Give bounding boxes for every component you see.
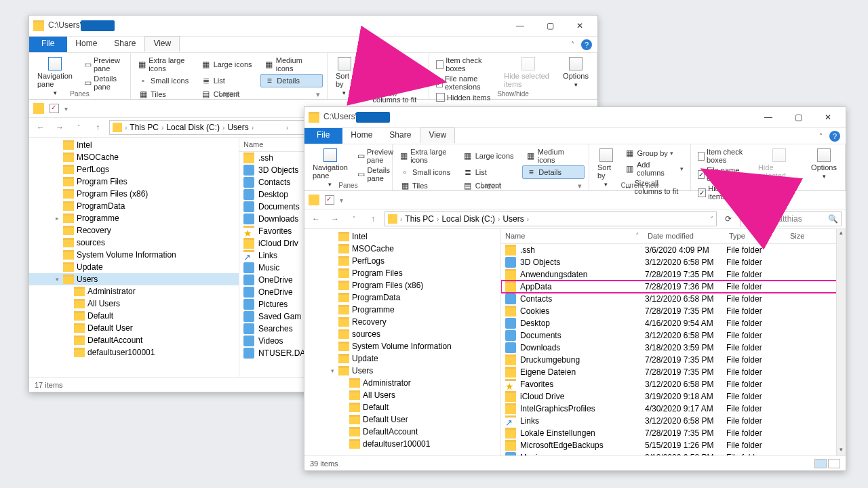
tree-item[interactable]: Update <box>29 261 239 273</box>
tree-item[interactable]: ▾Users <box>304 365 500 377</box>
list-item[interactable]: Downloads3/18/2020 3:59 PMFile folder <box>501 342 846 354</box>
col-name[interactable]: Name ˄ <box>501 229 644 243</box>
layout-medium[interactable]: ▦Medium icons <box>260 56 323 73</box>
tree-item[interactable]: Update <box>304 352 500 365</box>
col-size[interactable]: Size <box>786 229 827 243</box>
tab-view[interactable]: View <box>144 36 180 52</box>
item-checkboxes-toggle[interactable]: Item check boxes <box>433 56 497 73</box>
tab-file[interactable]: File <box>29 37 67 52</box>
preview-pane-button[interactable]: ▭Preview pane <box>81 56 126 73</box>
close-button[interactable]: ✕ <box>565 16 595 36</box>
help-icon[interactable]: ? <box>829 131 840 142</box>
nav-tree[interactable]: IntelMSOCachePerfLogsProgram FilesProgra… <box>29 138 239 377</box>
qat-button[interactable] <box>325 195 334 205</box>
tree-item[interactable]: defaultuser100001 <box>304 438 500 450</box>
breadcrumb-seg[interactable]: Users <box>502 214 524 224</box>
nav-back-button[interactable]: ← <box>33 123 48 132</box>
view-details-icon[interactable] <box>814 459 827 468</box>
tree-item[interactable]: ▸Programme <box>29 212 239 224</box>
search-input[interactable]: Search Matthias🔍 <box>740 211 842 226</box>
list-item[interactable]: ★Favorites3/12/2020 6:58 PMFile folder <box>501 378 846 390</box>
group-by-button[interactable]: ▦Group by <box>622 147 686 159</box>
layout-details[interactable]: ≡Details <box>260 74 323 87</box>
layout-large[interactable]: ▦Large icons <box>460 147 522 165</box>
ribbon-collapse-icon[interactable]: ˄ <box>819 132 823 140</box>
tree-item[interactable]: ProgramData <box>304 291 500 304</box>
tab-share[interactable]: Share <box>381 128 420 144</box>
list-item[interactable]: Desktop4/16/2020 9:54 AMFile folder <box>501 317 846 329</box>
view-large-icon[interactable] <box>828 459 840 468</box>
layout-list[interactable]: ≣List <box>198 74 260 87</box>
tab-home[interactable]: Home <box>67 37 106 52</box>
address-bar[interactable]: › This PC› Local Disk (C:)› Users› ˅ <box>384 211 717 226</box>
list-item[interactable]: MicrosoftEdgeBackups5/15/2019 1:26 PMFil… <box>501 439 846 451</box>
breadcrumb-seg[interactable]: Local Disk (C:) <box>441 214 495 224</box>
breadcrumb-seg[interactable]: Local Disk (C:) <box>166 123 220 132</box>
titlebar[interactable]: C:\Users\ — ▢ ✕ <box>29 16 597 36</box>
group-by-button[interactable]: ▦Group by <box>360 56 425 68</box>
nav-recent-button[interactable]: ˅ <box>347 216 361 222</box>
layout-details[interactable]: ≡Details <box>522 165 585 179</box>
layout-extra-large[interactable]: ▦Extra large icons <box>135 56 197 73</box>
refresh-button[interactable]: ⟳ <box>721 214 736 224</box>
tree-item[interactable]: DefaultAccount <box>29 334 239 346</box>
list-item[interactable]: ↗Links3/12/2020 6:58 PMFile folder <box>501 415 846 427</box>
file-list[interactable]: Name ˄ Date modified Type Size .ssh3/6/2… <box>501 229 846 455</box>
tab-share[interactable]: Share <box>106 37 144 52</box>
tree-item[interactable]: Program Files <box>304 267 500 279</box>
nav-up-button[interactable]: ↑ <box>90 123 105 132</box>
navigation-pane-button[interactable]: Navigation pane▾ <box>309 147 352 197</box>
tab-view[interactable]: View <box>420 127 455 143</box>
tree-item[interactable]: PerfLogs <box>29 163 239 176</box>
add-columns-button[interactable]: ▥Add columns <box>360 68 425 86</box>
list-item[interactable]: Anwendungsdaten7/28/2019 7:35 PMFile fol… <box>501 268 846 281</box>
tree-item[interactable]: Program Files (x86) <box>304 279 500 291</box>
maximize-button[interactable]: ▢ <box>783 107 813 127</box>
tree-item[interactable]: MSOCache <box>304 243 500 255</box>
nav-up-button[interactable]: ↑ <box>366 214 380 224</box>
navigation-pane-button[interactable]: Navigation pane▾ <box>33 56 77 106</box>
nav-forward-button[interactable]: → <box>328 214 342 224</box>
breadcrumb-seg[interactable]: This PC <box>405 214 434 224</box>
tree-item[interactable]: Administrator <box>304 377 500 389</box>
list-item[interactable]: Cookies7/28/2019 7:35 PMFile folder <box>501 305 846 317</box>
details-pane-button[interactable]: ▭Details pane <box>81 74 126 92</box>
tree-item[interactable]: ProgramData <box>29 200 239 212</box>
tree-item[interactable]: Default <box>29 310 239 322</box>
tree-item[interactable]: Default User <box>29 322 239 334</box>
tree-item[interactable]: MSOCache <box>29 151 239 163</box>
scrollbar[interactable]: ▴▾ <box>836 229 846 455</box>
add-columns-button[interactable]: ▥Add columns <box>622 160 686 178</box>
list-item[interactable]: .ssh3/6/2020 4:09 PMFile folder <box>501 244 846 256</box>
nav-back-button[interactable]: ← <box>309 214 323 224</box>
qat-dropdown[interactable]: ▾ <box>340 197 343 204</box>
tree-item[interactable]: sources <box>304 328 500 340</box>
nav-tree[interactable]: IntelMSOCachePerfLogsProgram FilesProgra… <box>304 229 501 455</box>
list-item[interactable]: Lokale Einstellungen7/28/2019 7:35 PMFil… <box>501 427 846 439</box>
close-button[interactable]: ✕ <box>813 107 843 127</box>
file-extensions-toggle[interactable]: File name extensions <box>433 74 497 92</box>
layout-large[interactable]: ▦Large icons <box>198 56 260 73</box>
tree-item[interactable]: PerfLogs <box>304 255 500 267</box>
tree-item[interactable]: Program Files <box>29 176 239 188</box>
list-item[interactable]: Eigene Dateien7/28/2019 7:35 PMFile fold… <box>501 366 846 378</box>
tab-file[interactable]: File <box>304 128 342 144</box>
sort-by-button[interactable]: Sort by▾ <box>593 147 619 197</box>
tree-item[interactable]: Intel <box>29 139 239 151</box>
tree-item[interactable]: Recovery <box>304 316 500 328</box>
layout-small[interactable]: ▫Small icons <box>397 165 459 179</box>
tree-item[interactable]: Intel <box>304 230 500 243</box>
nav-recent-button[interactable]: ˅ <box>71 124 86 131</box>
list-item[interactable]: iCloud Drive3/19/2020 9:18 AMFile folder <box>501 390 846 403</box>
tree-item[interactable]: ▾Users <box>29 273 239 285</box>
tree-item[interactable]: Default User <box>304 413 500 426</box>
tree-item[interactable]: Program Files (x86) <box>29 188 239 200</box>
maximize-button[interactable]: ▢ <box>535 16 565 36</box>
layout-extra-large[interactable]: ▦Extra large icons <box>397 147 459 165</box>
tree-item[interactable]: All Users <box>29 298 239 310</box>
list-item[interactable]: Music3/12/2020 6:58 PMFile folder <box>501 451 846 455</box>
minimize-button[interactable]: — <box>505 16 535 36</box>
breadcrumb-seg[interactable]: This PC <box>130 123 159 132</box>
minimize-button[interactable]: — <box>753 107 783 127</box>
layout-small[interactable]: ▫Small icons <box>135 74 197 87</box>
